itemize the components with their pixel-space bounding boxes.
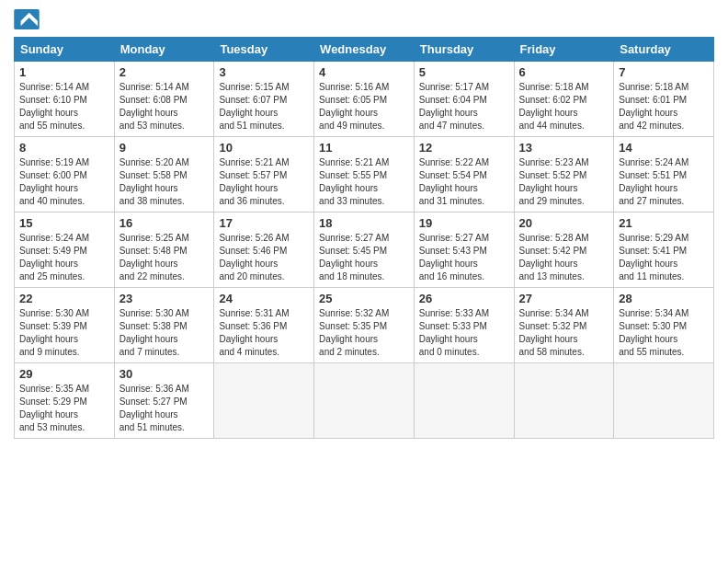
day-info: Sunrise: 5:33 AM Sunset: 5:33 PM Dayligh… <box>419 307 509 359</box>
day-number: 16 <box>119 216 210 230</box>
day-info: Sunrise: 5:36 AM Sunset: 5:27 PM Dayligh… <box>119 383 210 434</box>
day-number: 21 <box>619 216 709 230</box>
page-header <box>14 9 714 29</box>
calendar-cell: 5 Sunrise: 5:17 AM Sunset: 6:04 PM Dayli… <box>414 62 514 137</box>
day-info: Sunrise: 5:27 AM Sunset: 5:45 PM Dayligh… <box>319 232 409 283</box>
weekday-header-monday: Monday <box>114 38 214 62</box>
day-info: Sunrise: 5:35 AM Sunset: 5:29 PM Dayligh… <box>19 383 109 434</box>
day-number: 4 <box>319 65 409 79</box>
weekday-header-friday: Friday <box>514 38 614 62</box>
day-info: Sunrise: 5:31 AM Sunset: 5:36 PM Dayligh… <box>219 307 309 359</box>
day-info: Sunrise: 5:14 AM Sunset: 6:08 PM Dayligh… <box>119 81 210 132</box>
day-number: 15 <box>19 216 109 230</box>
weekday-header-row: SundayMondayTuesdayWednesdayThursdayFrid… <box>15 38 714 62</box>
day-info: Sunrise: 5:18 AM Sunset: 6:02 PM Dayligh… <box>519 81 609 132</box>
calendar-row-0: 1 Sunrise: 5:14 AM Sunset: 6:10 PM Dayli… <box>15 62 714 137</box>
day-number: 30 <box>119 367 210 381</box>
day-number: 22 <box>19 292 109 305</box>
day-number: 13 <box>519 141 609 155</box>
day-number: 25 <box>319 292 409 305</box>
weekday-header-tuesday: Tuesday <box>214 38 314 62</box>
calendar-cell: 12 Sunrise: 5:22 AM Sunset: 5:54 PM Dayl… <box>414 137 514 213</box>
calendar-cell: 23 Sunrise: 5:30 AM Sunset: 5:38 PM Dayl… <box>114 288 214 363</box>
calendar-cell: 18 Sunrise: 5:27 AM Sunset: 5:45 PM Dayl… <box>314 213 415 288</box>
day-info: Sunrise: 5:25 AM Sunset: 5:48 PM Dayligh… <box>119 232 210 283</box>
calendar-cell: 19 Sunrise: 5:27 AM Sunset: 5:43 PM Dayl… <box>414 213 514 288</box>
day-number: 23 <box>119 292 210 305</box>
day-info: Sunrise: 5:27 AM Sunset: 5:43 PM Dayligh… <box>419 232 509 283</box>
calendar-cell: 1 Sunrise: 5:14 AM Sunset: 6:10 PM Dayli… <box>15 62 115 137</box>
day-info: Sunrise: 5:32 AM Sunset: 5:35 PM Dayligh… <box>319 307 409 359</box>
calendar-cell: 16 Sunrise: 5:25 AM Sunset: 5:48 PM Dayl… <box>114 213 214 288</box>
day-info: Sunrise: 5:21 AM Sunset: 5:57 PM Dayligh… <box>219 156 309 208</box>
day-info: Sunrise: 5:14 AM Sunset: 6:10 PM Dayligh… <box>19 81 109 132</box>
calendar-cell: 29 Sunrise: 5:35 AM Sunset: 5:29 PM Dayl… <box>15 363 115 439</box>
day-number: 28 <box>619 292 709 305</box>
day-info: Sunrise: 5:28 AM Sunset: 5:42 PM Dayligh… <box>519 232 609 283</box>
calendar-cell: 7 Sunrise: 5:18 AM Sunset: 6:01 PM Dayli… <box>614 62 714 137</box>
calendar-cell <box>214 363 314 439</box>
day-number: 2 <box>119 65 210 79</box>
day-info: Sunrise: 5:24 AM Sunset: 5:49 PM Dayligh… <box>19 232 109 283</box>
calendar-cell: 4 Sunrise: 5:16 AM Sunset: 6:05 PM Dayli… <box>314 62 415 137</box>
logo-icon <box>14 9 40 29</box>
day-number: 19 <box>419 216 509 230</box>
day-info: Sunrise: 5:16 AM Sunset: 6:05 PM Dayligh… <box>319 81 409 132</box>
day-info: Sunrise: 5:18 AM Sunset: 6:01 PM Dayligh… <box>619 81 709 132</box>
calendar-cell <box>314 363 415 439</box>
calendar-cell: 22 Sunrise: 5:30 AM Sunset: 5:39 PM Dayl… <box>15 288 115 363</box>
weekday-header-saturday: Saturday <box>614 38 714 62</box>
calendar-cell <box>614 363 714 439</box>
day-info: Sunrise: 5:34 AM Sunset: 5:32 PM Dayligh… <box>519 307 609 359</box>
calendar-cell: 11 Sunrise: 5:21 AM Sunset: 5:55 PM Dayl… <box>314 137 415 213</box>
day-info: Sunrise: 5:21 AM Sunset: 5:55 PM Dayligh… <box>319 156 409 208</box>
day-number: 20 <box>519 216 609 230</box>
calendar-cell: 10 Sunrise: 5:21 AM Sunset: 5:57 PM Dayl… <box>214 137 314 213</box>
day-number: 27 <box>519 292 609 305</box>
weekday-header-thursday: Thursday <box>414 38 514 62</box>
day-number: 17 <box>219 216 309 230</box>
day-number: 11 <box>319 141 409 155</box>
day-number: 9 <box>119 141 210 155</box>
day-info: Sunrise: 5:15 AM Sunset: 6:07 PM Dayligh… <box>219 81 309 132</box>
calendar-cell: 21 Sunrise: 5:29 AM Sunset: 5:41 PM Dayl… <box>614 213 714 288</box>
calendar-cell: 13 Sunrise: 5:23 AM Sunset: 5:52 PM Dayl… <box>514 137 614 213</box>
day-info: Sunrise: 5:29 AM Sunset: 5:41 PM Dayligh… <box>619 232 709 283</box>
calendar-cell: 28 Sunrise: 5:34 AM Sunset: 5:30 PM Dayl… <box>614 288 714 363</box>
calendar-cell: 27 Sunrise: 5:34 AM Sunset: 5:32 PM Dayl… <box>514 288 614 363</box>
day-info: Sunrise: 5:17 AM Sunset: 6:04 PM Dayligh… <box>419 81 509 132</box>
calendar-row-4: 29 Sunrise: 5:35 AM Sunset: 5:29 PM Dayl… <box>15 363 714 439</box>
day-info: Sunrise: 5:20 AM Sunset: 5:58 PM Dayligh… <box>119 156 210 208</box>
calendar-cell: 24 Sunrise: 5:31 AM Sunset: 5:36 PM Dayl… <box>214 288 314 363</box>
calendar-cell: 8 Sunrise: 5:19 AM Sunset: 6:00 PM Dayli… <box>15 137 115 213</box>
page-container: SundayMondayTuesdayWednesdayThursdayFrid… <box>0 0 728 448</box>
calendar-cell: 30 Sunrise: 5:36 AM Sunset: 5:27 PM Dayl… <box>114 363 214 439</box>
calendar-cell: 25 Sunrise: 5:32 AM Sunset: 5:35 PM Dayl… <box>314 288 415 363</box>
calendar-cell: 26 Sunrise: 5:33 AM Sunset: 5:33 PM Dayl… <box>414 288 514 363</box>
day-number: 26 <box>419 292 509 305</box>
calendar-cell <box>514 363 614 439</box>
calendar-row-3: 22 Sunrise: 5:30 AM Sunset: 5:39 PM Dayl… <box>15 288 714 363</box>
day-info: Sunrise: 5:23 AM Sunset: 5:52 PM Dayligh… <box>519 156 609 208</box>
day-number: 24 <box>219 292 309 305</box>
calendar-row-1: 8 Sunrise: 5:19 AM Sunset: 6:00 PM Dayli… <box>15 137 714 213</box>
calendar-row-2: 15 Sunrise: 5:24 AM Sunset: 5:49 PM Dayl… <box>15 213 714 288</box>
day-info: Sunrise: 5:19 AM Sunset: 6:00 PM Dayligh… <box>19 156 109 208</box>
calendar-cell: 14 Sunrise: 5:24 AM Sunset: 5:51 PM Dayl… <box>614 137 714 213</box>
day-number: 6 <box>519 65 609 79</box>
calendar-cell: 20 Sunrise: 5:28 AM Sunset: 5:42 PM Dayl… <box>514 213 614 288</box>
day-number: 5 <box>419 65 509 79</box>
logo <box>14 9 43 29</box>
day-info: Sunrise: 5:24 AM Sunset: 5:51 PM Dayligh… <box>619 156 709 208</box>
day-number: 14 <box>619 141 709 155</box>
day-info: Sunrise: 5:22 AM Sunset: 5:54 PM Dayligh… <box>419 156 509 208</box>
day-info: Sunrise: 5:30 AM Sunset: 5:39 PM Dayligh… <box>19 307 109 359</box>
day-number: 8 <box>19 141 109 155</box>
calendar-body: 1 Sunrise: 5:14 AM Sunset: 6:10 PM Dayli… <box>15 62 714 439</box>
day-number: 18 <box>319 216 409 230</box>
day-number: 29 <box>19 367 109 381</box>
day-number: 7 <box>619 65 709 79</box>
calendar-table: SundayMondayTuesdayWednesdayThursdayFrid… <box>14 37 714 439</box>
calendar-cell: 15 Sunrise: 5:24 AM Sunset: 5:49 PM Dayl… <box>15 213 115 288</box>
day-number: 12 <box>419 141 509 155</box>
